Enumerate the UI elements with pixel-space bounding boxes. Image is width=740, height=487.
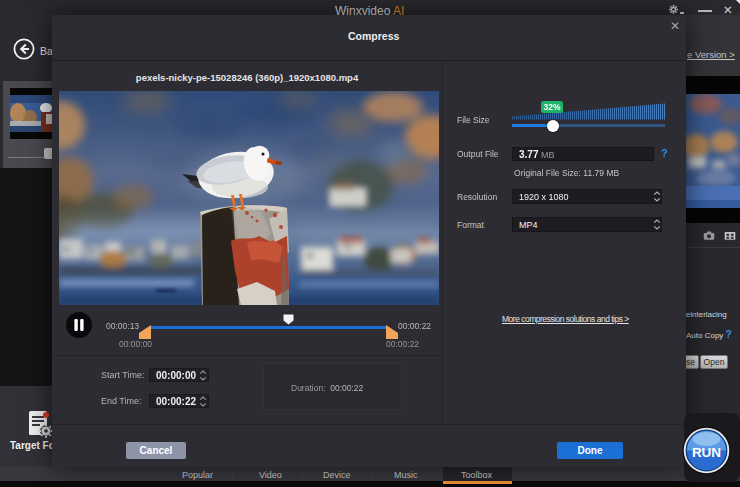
svg-text:RUN: RUN <box>692 445 721 460</box>
